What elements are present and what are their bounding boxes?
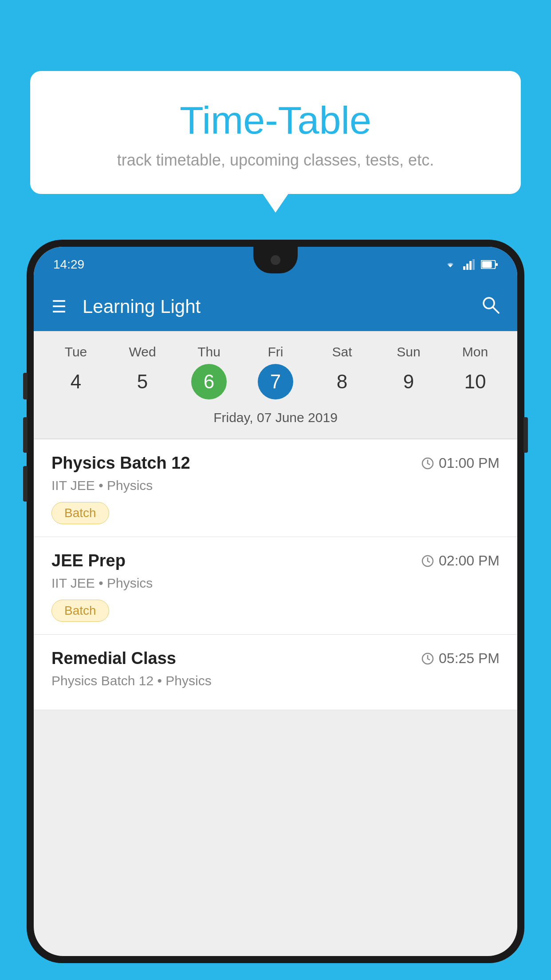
schedule-title: JEE Prep [51,551,126,570]
schedule-title: Physics Batch 12 [51,454,190,473]
day-name: Wed [129,344,156,360]
day-name: Sun [397,344,420,360]
search-button[interactable] [481,295,500,318]
phone-outer: 14:29 [27,240,524,963]
schedule-subtitle: IIT JEE • Physics [51,478,500,493]
schedule-item-2[interactable]: Remedial Class 05:25 PMPhysics Batch 12 … [34,635,517,710]
schedule-item-1[interactable]: JEE Prep 02:00 PMIIT JEE • PhysicsBatch [34,537,517,635]
bubble-title: Time-Table [48,98,503,143]
schedule-item-header: JEE Prep 02:00 PM [51,551,500,570]
calendar-selected-label: Friday, 07 June 2019 [43,407,508,434]
schedule-time: 01:00 PM [421,455,500,471]
schedule-time: 02:00 PM [421,553,500,569]
schedule-item-header: Physics Batch 12 01:00 PM [51,454,500,473]
app-title: Learning Light [83,296,481,317]
calendar-day-4[interactable]: Tue4 [47,344,105,399]
day-name: Tue [65,344,87,360]
phone-mockup: 14:29 [27,240,524,980]
clock-icon [421,652,434,665]
svg-rect-2 [469,261,472,270]
day-name: Fri [268,344,283,360]
bubble-subtitle: track timetable, upcoming classes, tests… [48,151,503,170]
battery-icon [481,260,498,269]
calendar-day-8[interactable]: Sat8 [313,344,371,399]
hamburger-menu-button[interactable]: ☰ [51,297,67,316]
schedule-subtitle: IIT JEE • Physics [51,576,500,591]
clock-icon [421,554,434,568]
speech-bubble-container: Time-Table track timetable, upcoming cla… [30,71,521,194]
day-date[interactable]: 4 [58,364,94,399]
schedule-item-0[interactable]: Physics Batch 12 01:00 PMIIT JEE • Physi… [34,439,517,537]
day-date[interactable]: 5 [125,364,160,399]
phone-screen: 14:29 [34,247,517,956]
notch [253,247,298,273]
day-name: Thu [197,344,220,360]
calendar-section: Tue4Wed5Thu6Fri7Sat8Sun9Mon10 Friday, 07… [34,331,517,439]
status-time: 14:29 [53,257,84,272]
svg-rect-5 [482,261,492,268]
schedule-list: Physics Batch 12 01:00 PMIIT JEE • Physi… [34,439,517,710]
day-name: Sat [332,344,352,360]
svg-rect-3 [472,259,475,270]
calendar-day-6[interactable]: Thu6 [180,344,238,399]
app-header: ☰ Learning Light [34,282,517,331]
status-bar: 14:29 [34,247,517,282]
wifi-icon [444,259,457,270]
signal-icon [463,259,475,270]
day-date[interactable]: 8 [324,364,360,399]
svg-rect-1 [466,264,468,270]
calendar-day-5[interactable]: Wed5 [114,344,171,399]
day-name: Mon [462,344,488,360]
day-date[interactable]: 6 [191,364,227,399]
day-date[interactable]: 7 [258,364,293,399]
volume-silent-button [23,373,28,399]
calendar-day-7[interactable]: Fri7 [247,344,304,399]
batch-tag: Batch [51,600,109,622]
schedule-item-header: Remedial Class 05:25 PM [51,649,500,668]
calendar-days: Tue4Wed5Thu6Fri7Sat8Sun9Mon10 [43,344,508,399]
day-date[interactable]: 10 [457,364,493,399]
svg-line-8 [493,308,499,313]
svg-rect-6 [496,263,498,266]
schedule-time: 05:25 PM [421,650,500,667]
status-icons [444,259,498,270]
calendar-day-9[interactable]: Sun9 [380,344,437,399]
batch-tag: Batch [51,502,109,524]
volume-up-button [23,417,28,453]
day-date[interactable]: 9 [391,364,426,399]
speech-bubble: Time-Table track timetable, upcoming cla… [30,71,521,194]
clock-icon [421,457,434,470]
volume-down-button [23,466,28,502]
svg-point-7 [484,298,494,308]
schedule-title: Remedial Class [51,649,176,668]
calendar-day-10[interactable]: Mon10 [446,344,504,399]
front-camera [271,255,280,265]
power-button [523,417,528,453]
svg-rect-0 [463,266,465,270]
schedule-subtitle: Physics Batch 12 • Physics [51,673,500,688]
